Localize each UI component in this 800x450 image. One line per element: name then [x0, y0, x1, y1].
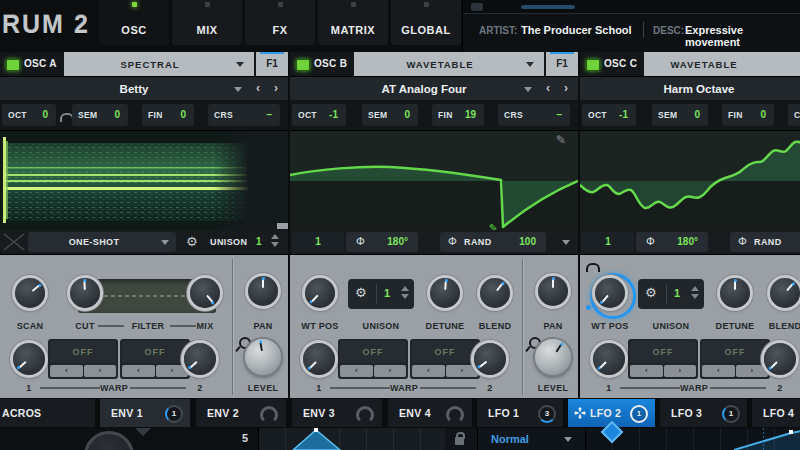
osc-c-warp1-mode[interactable]: OFF ‹ ›	[628, 339, 698, 379]
osc-a-sem-control[interactable]: SEM 0	[72, 104, 128, 126]
lfo-mode-select[interactable]: Normal	[491, 433, 529, 445]
warp-next-button[interactable]: ›	[664, 365, 697, 377]
tab-matrix[interactable]: MATRIX	[318, 0, 388, 45]
warp-prev-button[interactable]: ‹	[50, 365, 83, 377]
osc-a-enable-led[interactable]	[6, 59, 20, 71]
osc-a-filter-slot-button[interactable]: F1	[256, 52, 288, 76]
tab-env4[interactable]: ENV 4	[388, 399, 472, 427]
tab-lfo4[interactable]: LFO 4	[752, 399, 800, 427]
macro-knob[interactable]	[84, 431, 134, 450]
osc-b-voices-box[interactable]: 1	[292, 232, 344, 252]
gear-icon[interactable]: ⚙	[186, 234, 198, 249]
unison-stepper[interactable]	[401, 286, 410, 302]
osc-a-oct-control[interactable]: OCT 0	[2, 104, 56, 126]
osc-b-warp1-mode[interactable]: OFF ‹ ›	[338, 339, 408, 379]
warp-prev-button[interactable]: ‹	[412, 365, 445, 377]
osc-b-sem-control[interactable]: SEM 0	[362, 104, 418, 126]
lock-icon[interactable]	[455, 437, 464, 445]
tab-fx[interactable]: FX	[245, 0, 315, 45]
osc-b-waveform-display[interactable]: ✎ ✎	[290, 130, 578, 232]
osc-c-crs-control[interactable]: CRS –	[788, 104, 800, 126]
osc-b-pan-knob[interactable]	[538, 276, 568, 306]
chevron-down-icon[interactable]	[524, 87, 532, 92]
warp-next-button[interactable]: ›	[84, 365, 117, 377]
osc-a-waveform-display[interactable]	[0, 130, 288, 232]
tab-env2[interactable]: ENV 2	[196, 399, 286, 427]
next-preset-button[interactable]: ›	[274, 81, 278, 95]
osc-b-unison-control[interactable]: ⚙ 1	[348, 279, 414, 309]
chevron-down-icon[interactable]	[564, 437, 572, 442]
osc-b-preset-row[interactable]: AT Analog Four ‹ ›	[290, 76, 578, 101]
osc-b-phase-rand-control[interactable]: Φ RAND 100	[440, 232, 546, 252]
osc-c-wtpos-knob[interactable]	[595, 278, 625, 308]
osc-c-fin-control[interactable]: FIN 0	[722, 104, 774, 126]
osc-a-playmode-select[interactable]: ONE-SHOT	[28, 232, 176, 252]
osc-c-engine-select[interactable]: WAVETABLE	[644, 52, 800, 76]
warp-prev-button[interactable]: ‹	[702, 365, 735, 377]
pencil-edit-icon[interactable]: ✎	[556, 133, 566, 147]
osc-a-scan-knob[interactable]	[15, 278, 45, 308]
osc-c-voices-box[interactable]: 1	[582, 232, 634, 252]
osc-a-pan-knob[interactable]	[248, 276, 278, 306]
stepper-up-icon[interactable]	[271, 234, 279, 239]
osc-a-cut-knob[interactable]	[70, 278, 100, 308]
warp-prev-button[interactable]: ‹	[122, 365, 155, 377]
warp-prev-button[interactable]: ‹	[630, 365, 663, 377]
osc-b-phase-control[interactable]: Φ 180°	[346, 232, 418, 252]
tab-mix[interactable]: MIX	[172, 0, 242, 45]
osc-a-preset-row[interactable]: Betty ‹ ›	[0, 76, 288, 101]
prev-preset-button[interactable]: ‹	[546, 81, 550, 95]
osc-b-enable-led[interactable]	[296, 59, 310, 71]
warp-prev-button[interactable]: ‹	[340, 365, 373, 377]
next-preset-button[interactable]: ›	[564, 81, 568, 95]
osc-c-detune-knob[interactable]	[720, 278, 750, 308]
tab-lfo3[interactable]: LFO 3 1	[660, 399, 747, 427]
tab-env1[interactable]: ENV 1 1	[100, 399, 190, 427]
osc-c-warp2-knob[interactable]	[764, 343, 796, 375]
osc-c-warp1-knob[interactable]	[593, 343, 625, 375]
osc-c-sem-control[interactable]: SEM 0	[652, 104, 708, 126]
osc-c-preset-row[interactable]: Harm Octave	[580, 76, 800, 101]
osc-a-mix-knob[interactable]	[190, 278, 220, 308]
osc-b-level-knob[interactable]	[535, 339, 571, 375]
osc-a-fin-control[interactable]: FIN 0	[142, 104, 194, 126]
osc-c-phase-control[interactable]: Φ 180°	[636, 232, 708, 252]
osc-a-engine-select[interactable]: SPECTRAL	[64, 52, 254, 76]
stepper-down-icon[interactable]	[271, 242, 279, 247]
osc-b-wtpos-knob[interactable]	[305, 278, 335, 308]
osc-a-crs-control[interactable]: CRS –	[208, 104, 280, 126]
osc-a-unison-value[interactable]: 1	[256, 236, 262, 247]
stepper-up-icon[interactable]	[401, 286, 409, 291]
osc-c-waveform-display[interactable]	[580, 130, 800, 232]
tab-lfo1[interactable]: LFO 1 3	[477, 399, 563, 427]
tab-macros[interactable]: ACROS	[0, 399, 95, 427]
stepper-down-icon[interactable]	[401, 294, 409, 299]
osc-a-warp1-mode[interactable]: OFF ‹ ›	[48, 339, 118, 379]
close-x-icon[interactable]	[2, 232, 26, 252]
osc-b-crs-control[interactable]: CRS –	[498, 104, 570, 126]
prev-preset-button[interactable]: ‹	[256, 81, 260, 95]
osc-b-fin-control[interactable]: FIN 19	[432, 104, 484, 126]
stepper-up-icon[interactable]	[691, 286, 699, 291]
osc-b-warp1-knob[interactable]	[303, 343, 335, 375]
warp-next-button[interactable]: ›	[374, 365, 407, 377]
osc-b-warp2-knob[interactable]	[474, 343, 506, 375]
osc-c-enable-led[interactable]	[586, 59, 600, 71]
osc-c-blend-knob[interactable]	[770, 278, 800, 308]
tab-global[interactable]: GLOBAL	[391, 0, 461, 45]
unison-stepper[interactable]	[691, 286, 700, 302]
chevron-down-icon[interactable]	[562, 240, 570, 245]
chevron-down-icon[interactable]	[234, 87, 242, 92]
osc-b-oct-control[interactable]: OCT -1	[292, 104, 346, 126]
osc-b-detune-knob[interactable]	[430, 278, 460, 308]
osc-c-unison-control[interactable]: ⚙ 1	[638, 279, 704, 309]
gear-icon[interactable]: ⚙	[355, 285, 367, 300]
osc-a-level-knob[interactable]	[245, 339, 281, 375]
gear-icon[interactable]: ⚙	[645, 285, 657, 300]
osc-a-warp1-knob[interactable]	[13, 343, 45, 375]
warp-next-button[interactable]: ›	[736, 365, 769, 377]
osc-c-phase-rand-control[interactable]: Φ RAND 100	[730, 232, 800, 252]
stepper-down-icon[interactable]	[691, 294, 699, 299]
osc-b-blend-knob[interactable]	[480, 278, 510, 308]
osc-a-warp2-knob[interactable]	[184, 343, 216, 375]
